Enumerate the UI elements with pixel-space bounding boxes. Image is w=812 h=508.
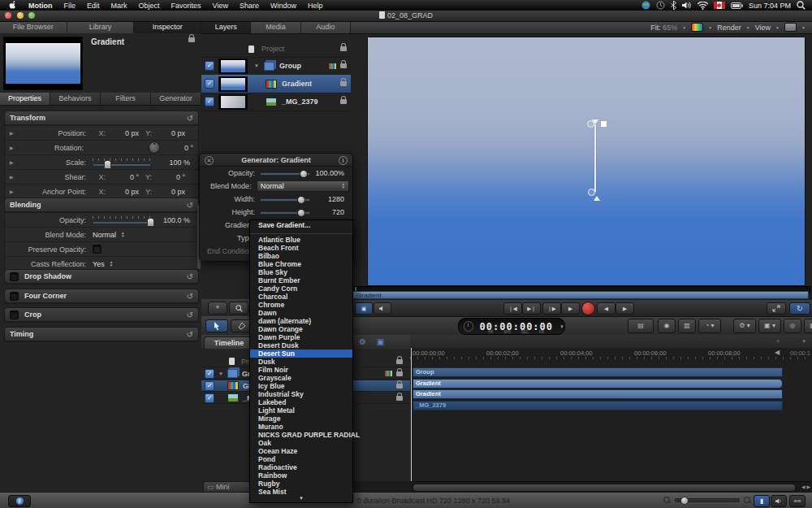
shear-x-value[interactable]: 0 ° xyxy=(110,173,139,181)
hud-height-value[interactable]: 720 xyxy=(332,208,349,216)
layer-row-gradient[interactable]: ✓ Gradient xyxy=(201,75,351,93)
rotation-dial[interactable] xyxy=(149,141,161,154)
anchor-x-value[interactable]: 0 px xyxy=(110,188,139,196)
gradient-preset-item[interactable]: Charcoal xyxy=(250,293,352,301)
layer-row-mg2379[interactable]: ✓ _MG_2379 xyxy=(201,93,351,111)
blend-mode-popup[interactable]: Normal xyxy=(93,231,116,239)
disclosure-icon[interactable]: ▶ xyxy=(10,145,21,150)
show-audio-button[interactable] xyxy=(771,495,787,507)
reset-icon[interactable]: ↺ xyxy=(187,310,193,319)
lock-icon[interactable] xyxy=(396,396,403,401)
tab-audio[interactable]: Audio xyxy=(301,21,351,33)
camera-button[interactable]: ◉ xyxy=(658,319,676,333)
behaviors-menu-button[interactable]: ⚙ ▾ xyxy=(733,319,756,333)
gradient-preset-item[interactable]: Rainbow xyxy=(250,471,352,480)
channels-icon[interactable] xyxy=(691,23,703,32)
menu-item-save-gradient[interactable]: Save Gradient... xyxy=(250,220,352,231)
zoom-slider[interactable] xyxy=(675,498,740,502)
gradient-preset-item[interactable]: Desert Sun xyxy=(250,350,352,358)
lock-icon[interactable] xyxy=(188,37,195,42)
loop-playback-button[interactable]: ↻ xyxy=(789,302,810,315)
play-button[interactable]: ▶ xyxy=(561,302,580,315)
reset-icon[interactable]: ↺ xyxy=(187,330,193,339)
audio-mute-button[interactable] xyxy=(374,302,391,315)
gradient-preset-item[interactable]: Bilbao xyxy=(250,252,352,260)
lock-icon[interactable] xyxy=(340,81,347,86)
menu-item[interactable]: Share xyxy=(234,2,265,10)
show-keyframes-button[interactable]: «» xyxy=(789,495,806,507)
rotation-value[interactable]: 0 ° xyxy=(160,144,193,152)
disclosure-icon[interactable]: ▶ xyxy=(10,159,21,165)
reset-icon[interactable]: ↺ xyxy=(187,272,193,281)
opacity-value[interactable]: 100.0 % xyxy=(154,216,190,224)
menu-item[interactable]: Help xyxy=(302,2,329,10)
menu-item[interactable]: Edit xyxy=(81,2,106,10)
preserve-opacity-checkbox[interactable] xyxy=(93,245,102,254)
timecode-menu-arrow[interactable]: ▼ xyxy=(559,324,564,329)
timeline-hscrollbar[interactable]: ◀ ▶ xyxy=(410,481,812,493)
layer-row-group[interactable]: ✓ ▼ Group xyxy=(201,57,351,76)
layer-visibility-checkbox[interactable]: ✓ xyxy=(205,393,214,403)
timecode-display[interactable]: 00:00:00:00 HRMINSECFR ▼ xyxy=(458,318,565,335)
scale-slider[interactable] xyxy=(93,158,151,167)
gradient-preset-item[interactable]: Candy Corn xyxy=(250,284,352,293)
scale-value[interactable]: 100 % xyxy=(151,158,190,167)
menu-item[interactable]: Mark xyxy=(106,2,133,10)
fullscreen-button[interactable] xyxy=(767,302,786,315)
play-from-start-button[interactable]: ❘▶ xyxy=(542,302,561,315)
gradient-preset-item[interactable]: Icy Blue xyxy=(250,382,352,390)
crop-header[interactable]: Crop ↺ xyxy=(5,308,198,322)
view-menu-arrow[interactable]: ▼ xyxy=(775,25,780,30)
menu-item[interactable]: Favorites xyxy=(166,2,207,10)
mini-timeline-bar[interactable]: Gradient xyxy=(352,291,809,299)
lock-icon[interactable] xyxy=(340,46,347,51)
menu-item[interactable]: File xyxy=(58,2,82,10)
gradient-preset-item[interactable]: Mirage xyxy=(250,415,352,423)
crop-checkbox[interactable] xyxy=(10,310,19,319)
timeline-tab[interactable]: Timeline xyxy=(204,336,254,350)
gradient-preset-item[interactable]: Ocean Haze xyxy=(250,447,352,455)
show-timeline-button[interactable]: ▣ xyxy=(355,302,373,315)
timeline-track-bar[interactable]: Gradient xyxy=(412,379,783,389)
menu-clock[interactable]: Sun 7:04 PM xyxy=(749,2,791,10)
apple-menu[interactable] xyxy=(0,1,23,10)
record-button[interactable] xyxy=(581,302,595,315)
menu-item[interactable]: Object xyxy=(133,2,166,10)
gradient-preset-item[interactable]: Light Metal xyxy=(250,406,352,415)
position-y-value[interactable]: 0 px xyxy=(156,129,185,137)
gradient-preset-item[interactable]: Rugby xyxy=(250,480,352,488)
gradient-preset-item[interactable]: Atlantic Blue xyxy=(250,236,352,244)
gradient-preset-item[interactable]: Pond xyxy=(250,455,352,463)
gradient-direction-line[interactable] xyxy=(594,124,596,192)
channels-menu-arrow[interactable]: ▼ xyxy=(708,25,712,30)
gradient-preset-item[interactable]: Oak xyxy=(250,439,352,447)
timeline-layers-icon[interactable]: ▣ xyxy=(375,337,386,346)
track-height-icon[interactable]: ≡ xyxy=(776,338,780,344)
timemachine-icon[interactable] xyxy=(656,1,665,10)
disclosure-icon[interactable]: ▼ xyxy=(254,63,259,68)
go-to-end-button[interactable]: ▶❘ xyxy=(522,302,541,315)
menu-item[interactable]: Window xyxy=(265,2,302,10)
lock-icon[interactable] xyxy=(396,371,403,376)
layer-visibility-checkbox[interactable]: ✓ xyxy=(205,97,214,106)
tab-inspector[interactable]: Inspector xyxy=(134,21,201,33)
hud-close-icon[interactable]: ✕ xyxy=(205,156,214,165)
timing-header[interactable]: Timing ↺ xyxy=(5,328,198,341)
gradient-preset-item[interactable]: Blue Chrome xyxy=(250,260,352,268)
disclosure-icon[interactable]: ▶ xyxy=(10,189,21,194)
gradient-preset-item[interactable]: Film Noir xyxy=(250,366,352,374)
lock-icon[interactable] xyxy=(396,384,403,389)
tab-filters[interactable]: Filters xyxy=(101,93,151,105)
gradient-preset-item[interactable]: Radioactive xyxy=(250,463,352,471)
hud-height-slider[interactable] xyxy=(260,208,310,216)
track-options-icon[interactable]: ▾ xyxy=(802,338,806,345)
hud-blend-mode-popup[interactable]: Normal ▲▼ xyxy=(257,180,349,192)
gradient-preset-item[interactable]: Dawn Purple xyxy=(250,333,352,341)
disclosure-icon[interactable]: ▶ xyxy=(10,130,21,136)
battery-icon[interactable] xyxy=(731,2,743,9)
add-object-button[interactable]: + xyxy=(208,302,227,315)
gradient-preset-item[interactable]: Beach Front xyxy=(250,244,352,252)
flag-icon[interactable] xyxy=(714,2,725,9)
select-tool-button[interactable] xyxy=(205,319,228,332)
mini-timeline-tab[interactable]: ▭ Mini xyxy=(203,481,250,492)
